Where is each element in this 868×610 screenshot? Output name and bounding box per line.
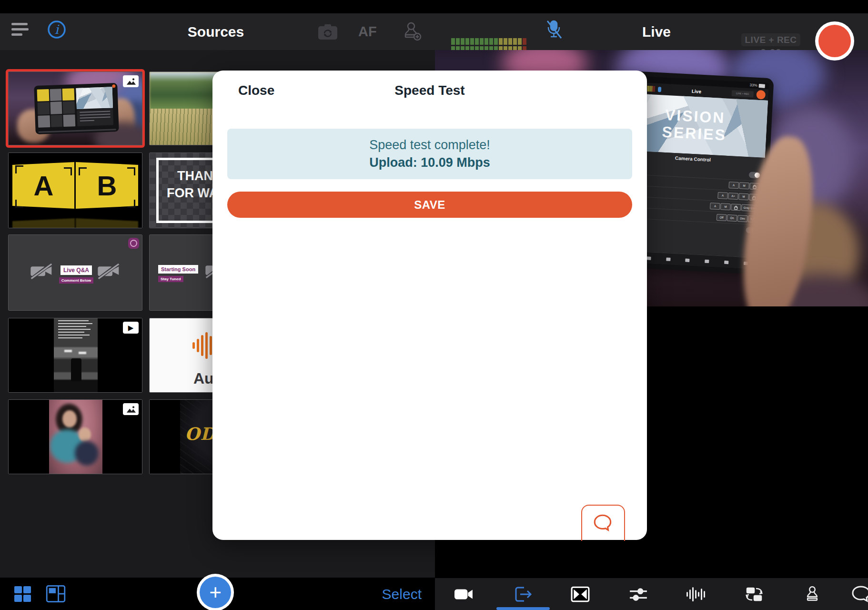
- bw-art: [9, 318, 142, 392]
- cc-lock-button[interactable]: [731, 203, 741, 211]
- cc-button[interactable]: A+: [728, 193, 738, 200]
- source-thumb-tablet-scene[interactable]: [8, 71, 142, 145]
- tablet-scene-art: [9, 72, 142, 145]
- tablet-record-dot: [756, 90, 766, 99]
- qa-title: Live Q&A: [61, 265, 92, 275]
- speed-test-result: Speed test complete! Upload: 10.09 Mbps: [227, 129, 632, 179]
- starting-title: Starting Soon: [158, 265, 198, 274]
- save-button[interactable]: SAVE: [227, 192, 632, 218]
- source-thumb-bw-video[interactable]: ▶: [8, 318, 142, 393]
- adjustments-tab-icon[interactable]: [619, 578, 657, 610]
- top-bar: i Sources AF Live LIVE + REC 0:00: [0, 13, 868, 50]
- cc-button[interactable]: Dim: [737, 215, 748, 222]
- app-screen: i Sources AF Live LIVE + REC 0:00: [0, 0, 868, 610]
- comments-tab-icon[interactable]: [848, 578, 868, 610]
- camera-tab-icon[interactable]: [445, 578, 483, 610]
- mic-muted-icon[interactable]: [545, 20, 564, 42]
- qa-subtitle: Comment Below: [59, 277, 94, 284]
- cc-button[interactable]: Off: [717, 214, 727, 221]
- image-badge-icon: [123, 75, 139, 87]
- chat-bubble-icon: [592, 513, 614, 534]
- camera-off-icon: [97, 263, 120, 283]
- chat-bubble-button[interactable]: [581, 505, 625, 541]
- starting-subtitle: Stay Tuned: [158, 276, 183, 282]
- autofocus-button[interactable]: AF: [358, 24, 377, 40]
- stamp-add-icon[interactable]: [401, 21, 423, 45]
- result-line2: Upload: 10.09 Mbps: [369, 155, 490, 170]
- qa-art: Live Q&A Comment Below: [9, 235, 142, 310]
- audio-tab-icon[interactable]: [676, 578, 715, 610]
- cc-button[interactable]: M: [720, 203, 731, 210]
- tablet-battery-label: 33%: [750, 83, 757, 88]
- camera-flip-icon[interactable]: [317, 23, 338, 43]
- tablet-live-badge: LIVE + REC: [732, 90, 754, 97]
- source-thumb-ab[interactable]: A B: [8, 152, 142, 228]
- ab-art: A B: [9, 153, 142, 228]
- tablet-live-label: Live: [664, 87, 729, 95]
- sync-badge-icon: [128, 238, 139, 249]
- cc-button[interactable]: A: [710, 203, 720, 210]
- stamp-tab-icon[interactable]: [793, 578, 831, 610]
- result-line1: Speed test complete!: [369, 138, 490, 152]
- cc-button[interactable]: On: [727, 214, 737, 222]
- active-tab-indicator: [496, 607, 550, 610]
- letter-a: A: [34, 170, 54, 202]
- menu-icon[interactable]: [11, 23, 29, 39]
- cc-button[interactable]: A: [728, 182, 739, 189]
- cc-button[interactable]: M: [738, 193, 749, 200]
- letter-b: B: [97, 170, 117, 202]
- switch-camera-tab-icon[interactable]: [735, 578, 773, 610]
- info-icon[interactable]: i: [47, 20, 67, 41]
- record-button[interactable]: [815, 21, 854, 61]
- tablet-mic-icon: [658, 87, 662, 92]
- select-button[interactable]: Select: [382, 586, 422, 602]
- multiview-layout-icon[interactable]: [46, 585, 66, 605]
- source-thumb-live-qa[interactable]: Live Q&A Comment Below: [8, 234, 142, 311]
- transition-tab-icon[interactable]: [561, 578, 599, 610]
- tablet-battery-icon: [759, 84, 765, 88]
- play-badge-icon: ▶: [123, 322, 139, 334]
- speed-test-modal: Close Speed Test Speed test complete! Up…: [212, 71, 647, 540]
- sources-title: Sources: [185, 13, 247, 50]
- svg-text:i: i: [55, 22, 60, 37]
- mini-tablet: [34, 83, 119, 134]
- live-rec-badge: LIVE + REC: [741, 33, 800, 46]
- source-thumb-portrait[interactable]: [8, 399, 142, 474]
- cc-button[interactable]: A: [717, 192, 728, 199]
- vision-line2: SERIES: [662, 124, 727, 144]
- record-button-dot: [818, 25, 851, 57]
- image-badge-icon: [123, 403, 139, 415]
- portrait-art: [9, 400, 142, 474]
- live-title: Live: [626, 13, 687, 50]
- add-source-button[interactable]: +: [197, 574, 234, 610]
- modal-title: Speed Test: [212, 83, 647, 98]
- grid-view-icon[interactable]: [13, 585, 32, 604]
- output-toolbar: [435, 578, 868, 610]
- camera-off-icon: [30, 263, 53, 283]
- output-tab-icon[interactable]: [504, 578, 542, 610]
- cc-button[interactable]: M: [739, 182, 749, 189]
